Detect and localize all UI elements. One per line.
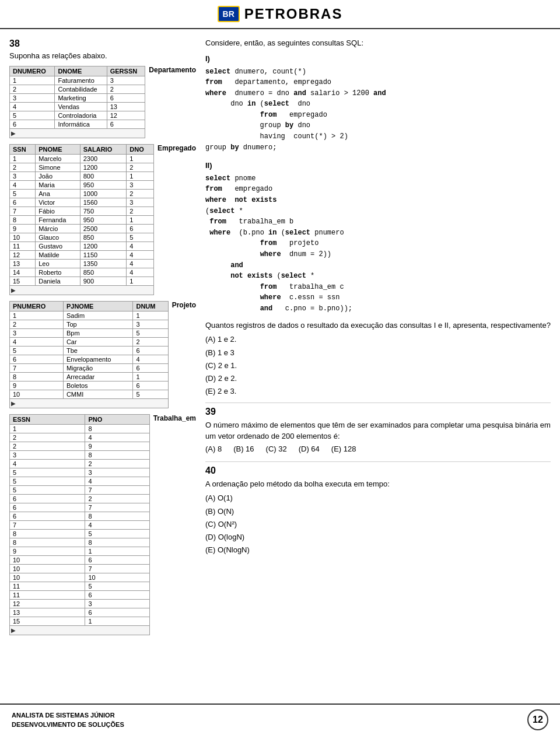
q40-number: 40: [205, 466, 551, 476]
page-header: BR PETROBRAS: [0, 0, 560, 29]
footer-line1: ANALISTA DE SISTEMAS JÚNIOR: [12, 710, 124, 720]
q39-options: (A) 8(B) 16(C) 32(D) 64(E) 128: [205, 444, 551, 453]
trabalha-em-nav[interactable]: ▶: [9, 626, 150, 635]
q39-option: (A) 8: [205, 444, 222, 453]
q40-options: (A) O(1)(B) O(N)(C) O(N²)(D) O(logN)(E) …: [205, 492, 551, 556]
trabalha-em-label: Trabalha_em: [153, 414, 196, 422]
empregado-table: SSNPNOMESALARIODNO 1Marcelo230012Simone1…: [9, 144, 154, 286]
q40-option: (E) O(NlogN): [205, 544, 551, 556]
q38-option: (D) 2 e 2.: [205, 372, 551, 385]
departamento-nav[interactable]: ▶: [9, 129, 145, 138]
sql-II-label: II): [205, 160, 551, 172]
q39-body: O número máximo de elementos que têm de …: [205, 419, 551, 442]
empregado-label: Empregado: [158, 144, 196, 152]
q40-block: 40 A ordenação pelo método da bolha exec…: [205, 466, 551, 556]
right-intro: Considere, então, as seguintes consultas…: [205, 38, 551, 47]
empregado-nav[interactable]: ▶: [9, 286, 154, 295]
brand-name: PETROBRAS: [244, 6, 343, 22]
sql-II-code: select pnomefrom empregadowhere not exis…: [205, 173, 551, 314]
br-logo: BR: [218, 6, 240, 22]
footer-line2: DESENVOLVIMENTO DE SOLUÇÕES: [12, 720, 124, 730]
q39-option: (B) 16: [233, 444, 254, 453]
q38-number: 38: [9, 38, 196, 49]
logo-container: BR PETROBRAS: [218, 6, 343, 22]
main-content: 38 Suponha as relações abaixo. DNUMERODN…: [0, 29, 560, 650]
left-column: 38 Suponha as relações abaixo. DNUMERODN…: [9, 38, 196, 641]
q38-option: (A) 1 e 2.: [205, 333, 551, 346]
empregado-section: SSNPNOMESALARIODNO 1Marcelo230012Simone1…: [9, 144, 196, 295]
q39-option: (E) 128: [331, 444, 356, 453]
projeto-nav[interactable]: ▶: [9, 399, 169, 408]
footer-text: ANALISTA DE SISTEMAS JÚNIOR DESENVOLVIME…: [12, 710, 124, 730]
page-number: 12: [527, 709, 548, 730]
q40-option: (D) O(logN): [205, 531, 551, 544]
sql-II-section: II) select pnomefrom empregadowhere not …: [205, 160, 551, 314]
departamento-table: DNUMERODNOMEGERSSN 1Faturamento32Contabi…: [9, 66, 145, 129]
q38-question-body: Quantos registros de dados o resultado d…: [205, 321, 551, 330]
sql-I-section: I) select dnumero, count(*)from departam…: [205, 53, 551, 153]
q39-number: 39: [205, 407, 551, 417]
q38-option: (E) 2 e 3.: [205, 385, 551, 398]
projeto-table: PNUMEROPJNOMEDNUM 1Sadim12Top33Bpm54Car2…: [9, 301, 169, 399]
projeto-label: Projeto: [172, 301, 196, 309]
right-column: Considere, então, as seguintes consultas…: [205, 38, 551, 641]
q39-option: (D) 64: [299, 444, 320, 453]
emp-nav-arrow[interactable]: ▶: [11, 287, 16, 293]
sql-I-code: select dnumero, count(*)from departament…: [205, 66, 551, 153]
dep-nav-arrow[interactable]: ▶: [11, 130, 16, 136]
q38-options: (A) 1 e 2.(B) 1 e 3(C) 2 e 1.(D) 2 e 2.(…: [205, 333, 551, 397]
q38-option: (C) 2 e 1.: [205, 359, 551, 372]
proj-nav-arrow[interactable]: ▶: [11, 400, 16, 407]
sql-I-label: I): [205, 53, 551, 65]
departamento-section: DNUMERODNOMEGERSSN 1Faturamento32Contabi…: [9, 66, 196, 138]
trab-nav-arrow[interactable]: ▶: [11, 627, 16, 634]
q39-option: (C) 32: [266, 444, 287, 453]
q38-option: (B) 1 e 3: [205, 346, 551, 359]
q39-block: 39 O número máximo de elementos que têm …: [205, 407, 551, 453]
projeto-section: PNUMEROPJNOMEDNUM 1Sadim12Top33Bpm54Car2…: [9, 301, 196, 408]
q40-body: A ordenação pelo método da bolha executa…: [205, 478, 551, 490]
q40-option: (A) O(1): [205, 492, 551, 505]
q40-option: (B) O(N): [205, 505, 551, 518]
trabalha-em-table: ESSNPNO 18242938425354576267687485889110…: [9, 414, 150, 626]
q40-option: (C) O(N²): [205, 518, 551, 531]
q38-text: Suponha as relações abaixo.: [9, 51, 196, 60]
trabalha-em-section: ESSNPNO 18242938425354576267687485889110…: [9, 414, 196, 635]
departamento-label: Departamento: [149, 66, 196, 74]
page-footer: ANALISTA DE SISTEMAS JÚNIOR DESENVOLVIME…: [0, 704, 560, 735]
